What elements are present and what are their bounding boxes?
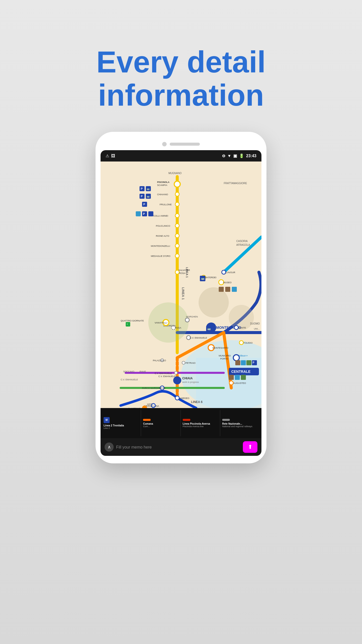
svg-point-73 (173, 376, 181, 384)
svg-text:C.V. EMANUELE: C.V. EMANUELE (190, 337, 207, 339)
svg-text:FUGA: FUGA (175, 327, 181, 329)
svg-text:SALVATOR: SALVATOR (178, 269, 190, 271)
share-button[interactable]: ⬆ (243, 441, 257, 453)
svg-text:CENTRALE: CENTRALE (231, 370, 250, 374)
svg-text:CHIAIANO: CHIAIANO (157, 193, 168, 196)
svg-text:LINEA 1: LINEA 1 (181, 287, 185, 300)
svg-text:🚌: 🚌 (147, 187, 150, 190)
svg-text:LINEA 6: LINEA 6 (191, 400, 203, 404)
svg-text:AFRAGOLA: AFRAGOLA (236, 244, 250, 246)
svg-text:QUATTRO GIORNATE: QUATTRO GIORNATE (121, 319, 144, 322)
svg-text:PISCINOLA: PISCINOLA (157, 181, 170, 183)
svg-text:/Alibus>>: /Alibus>> (238, 354, 248, 357)
svg-text:VANVITELLI: VANVITELLI (155, 321, 167, 324)
svg-text:CHIAIA: CHIAIA (182, 377, 193, 380)
svg-rect-110 (225, 287, 230, 292)
svg-text:C.V. EMANUELE: C.V. EMANUELE (155, 372, 172, 375)
bottom-action-bar: ∧ Fill your memo here ⬆ (101, 438, 261, 456)
svg-text:MEDAGLIE D'ORO: MEDAGLIE D'ORO (151, 255, 170, 257)
svg-text:work in progress: work in progress (182, 381, 199, 383)
svg-text:P: P (143, 212, 145, 215)
wifi-icon: ▼ (227, 154, 231, 158)
svg-point-64 (229, 381, 233, 385)
warning-icon: ⚠ (106, 153, 109, 158)
svg-text:C.V. EMANUELE: C.V. EMANUELE (121, 378, 138, 381)
svg-rect-109 (219, 287, 224, 292)
status-bar-left: ⚠ 🖼 (106, 153, 115, 158)
legend-strip: M Linea 2 Trenitalia Line 2 Cumana Cum..… (101, 408, 261, 438)
status-bar-right: ⊖ ▼ ▣ 🔋 23:43 (222, 153, 256, 158)
svg-text:FRATTAMAGGIORE: FRATTAMAGGIORE (224, 182, 247, 185)
svg-text:ROSA: ROSA (179, 272, 186, 274)
svg-text:MONTESANTO: MONTESANTO (212, 347, 228, 349)
svg-text:SOCCAVO: SOCCAVO (123, 370, 134, 373)
svg-text:MONTEDONZELLI: MONTEDONZELLI (151, 245, 170, 247)
svg-text:PIAVE: PIAVE (140, 370, 146, 373)
phone-top-bar (101, 139, 261, 150)
svg-point-78 (175, 396, 179, 400)
phone-speaker (170, 143, 200, 146)
phone-mockup: ⚠ 🖼 ⊖ ▼ ▣ 🔋 23:43 (96, 132, 266, 463)
svg-text:PARCO MARGHERITA: PARCO MARGHERITA (142, 387, 165, 389)
status-bar: ⚠ 🖼 ⊖ ▼ ▣ 🔋 23:43 (101, 150, 261, 162)
svg-text:P: P (141, 187, 143, 190)
metro-map[interactable]: LINEA 1 (101, 162, 261, 408)
svg-text:SCAMPIA: SCAMPIA (157, 184, 167, 186)
phone-camera (162, 142, 167, 146)
headline-text: Every detail information (96, 45, 266, 112)
svg-text:AMEDEO: AMEDEO (179, 397, 189, 399)
signal-icon: ▣ (233, 153, 237, 158)
svg-point-34 (219, 280, 224, 285)
legend-item-linea2: M Linea 2 Trenitalia Line 2 (103, 410, 141, 436)
legend-item-cumana: Cumana Cum... (142, 410, 180, 436)
svg-point-44 (185, 318, 189, 322)
svg-point-27 (175, 254, 179, 258)
headline-section: Every detail information (96, 45, 266, 112)
svg-rect-117 (229, 375, 234, 380)
svg-point-70 (174, 371, 177, 374)
svg-text:🚌: 🚌 (207, 327, 211, 331)
svg-point-25 (175, 244, 179, 248)
battery-icon: 🔋 (239, 153, 244, 158)
svg-point-15 (175, 192, 179, 196)
svg-point-38 (199, 287, 229, 317)
svg-text:CAVOUR: CAVOUR (226, 271, 235, 274)
svg-rect-105 (136, 211, 141, 216)
svg-point-23 (175, 234, 179, 238)
svg-text:MUSEO: MUSEO (223, 281, 232, 284)
svg-point-19 (175, 214, 179, 218)
svg-text:MORGHEN: MORGHEN (186, 315, 198, 318)
svg-rect-113 (241, 360, 246, 365)
svg-point-36 (222, 270, 226, 274)
legend-item-national: Rete Nazionale... National and regional … (221, 410, 259, 436)
image-icon: 🖼 (111, 154, 115, 158)
chevron-up-icon: ∧ (108, 444, 111, 450)
svg-text:TOLEDO: TOLEDO (243, 342, 253, 344)
svg-text:C.V. EMANUELE: C.V. EMANUELE (158, 375, 176, 378)
svg-rect-119 (241, 375, 246, 380)
svg-text:AUGUSTEO: AUGUSTEO (233, 382, 246, 384)
svg-text:S.ANTONIO: S.ANTONIO (128, 407, 141, 408)
time-display: 23:43 (246, 154, 256, 158)
svg-rect-111 (232, 287, 237, 292)
svg-text:+: + (127, 323, 128, 325)
svg-rect-89 (126, 322, 130, 327)
svg-point-56 (239, 341, 243, 345)
share-icon: ⬆ (248, 444, 252, 450)
svg-text:PETRAIO: PETRAIO (186, 362, 196, 364)
svg-text:MUGNANO: MUGNANO (168, 172, 182, 175)
svg-text:MUNICIPIO: MUNICIPIO (219, 354, 231, 357)
svg-text:RIONE ALTO: RIONE ALTO (156, 235, 169, 237)
svg-text:CASORIA: CASORIA (236, 240, 248, 243)
svg-text:UNI...: UNI... (254, 328, 260, 330)
svg-text:DANTE: DANTE (238, 327, 246, 329)
svg-text:COLLI AMINEI: COLLI AMINEI (153, 215, 168, 217)
svg-point-21 (175, 224, 179, 228)
svg-text:PALAZZOLO: PALAZZOLO (153, 359, 166, 362)
memo-field[interactable]: Fill your memo here (116, 445, 240, 450)
legend-item-piscinola: Linea Piscinola-Aversa Piscinola-Aversa … (182, 410, 220, 436)
svg-text:DUOMO: DUOMO (250, 322, 260, 325)
svg-rect-108 (148, 211, 153, 216)
svg-point-54 (234, 326, 238, 330)
expand-button[interactable]: ∧ (105, 442, 114, 452)
